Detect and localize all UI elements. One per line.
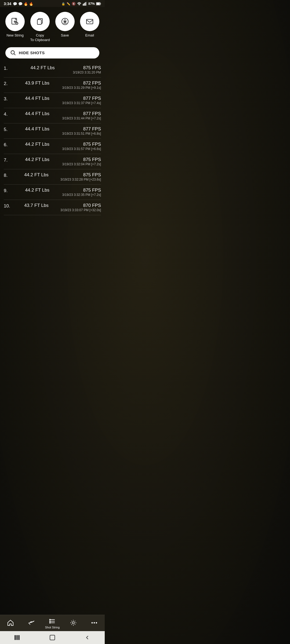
shot-row-10[interactable]: 10.43.7 FT Lbs870 FPS3/19/23 3:33:07 PM … — [4, 200, 101, 215]
shot-row-2[interactable]: 2.43.9 FT Lbs872 FPS3/19/23 3:31:29 PM [… — [4, 78, 101, 93]
status-bar: 3:34 💬 💬 🔥 🔥 🔒 ✏️ 🔇 — [0, 0, 105, 7]
mute-icon: 🔇 — [72, 2, 76, 6]
svg-rect-1 — [84, 3, 84, 6]
shot-right: 872 FPS3/19/23 3:31:29 PM [+9.1s] — [62, 80, 101, 90]
shot-row-7[interactable]: 7.44.2 FT Lbs875 FPS3/19/23 3:32:04 PM [… — [4, 154, 101, 169]
battery-icon — [96, 2, 101, 5]
save-label: Save — [61, 33, 69, 38]
shot-row-1[interactable]: 1.44.2 FT Lbs875 FPS3/19/23 3:31:20 PM — [4, 62, 101, 78]
shot-energy: 44.4 FT Lbs — [12, 96, 62, 101]
email-label: Email — [85, 33, 94, 38]
shot-time: 3/19/23 3:33:07 PM [+32.0s] — [60, 208, 101, 212]
save-button[interactable]: Save — [55, 12, 75, 38]
svg-rect-0 — [83, 4, 83, 6]
shot-number: 4. — [4, 111, 12, 117]
action-buttons-row: New String CopyTo Clipboard Save — [0, 7, 105, 46]
shot-number: 10. — [4, 203, 12, 209]
save-circle — [55, 12, 75, 31]
fire-icon: 🔥 — [24, 2, 28, 6]
shot-fps: 877 FPS — [62, 96, 101, 101]
edit-icon: ✏️ — [67, 2, 70, 6]
new-string-label: New String — [6, 33, 24, 38]
shot-time: 3/19/23 3:31:51 PM [+6.8s] — [62, 132, 101, 136]
shot-time: 3/19/23 3:31:57 PM [+6.6s] — [62, 147, 101, 151]
signal-icon — [83, 2, 87, 6]
svg-rect-2 — [84, 3, 85, 6]
shot-energy: 44.2 FT Lbs — [12, 65, 73, 71]
shot-time: 3/19/23 3:31:20 PM — [73, 71, 101, 74]
shot-number: 8. — [4, 172, 12, 178]
shot-number: 9. — [4, 188, 12, 193]
shot-energy: 44.2 FT Lbs — [12, 188, 62, 193]
shot-energy: 43.9 FT Lbs — [12, 80, 62, 86]
shot-number: 1. — [4, 65, 12, 71]
shot-fps: 872 FPS — [62, 80, 101, 86]
shot-right: 877 FPS3/19/23 3:31:37 PM [+7.4s] — [62, 96, 101, 105]
status-time: 3:34 — [4, 2, 11, 6]
shot-energy: 44.2 FT Lbs — [12, 142, 62, 147]
shot-number: 6. — [4, 142, 12, 148]
wifi-icon — [77, 2, 81, 6]
shot-number: 3. — [4, 96, 12, 102]
shot-energy: 44.2 FT Lbs — [12, 157, 62, 162]
svg-rect-3 — [85, 2, 86, 6]
svg-point-19 — [11, 51, 15, 54]
svg-rect-7 — [100, 3, 101, 4]
shot-right: 870 FPS3/19/23 3:33:07 PM [+32.0s] — [60, 203, 101, 212]
hide-shots-label: HIDE SHOTS — [19, 50, 45, 55]
shot-right: 875 FPS3/19/23 3:32:28 PM [+23.6s] — [60, 172, 101, 181]
messenger2-icon: 💬 — [18, 2, 23, 6]
svg-line-20 — [14, 54, 15, 55]
email-button[interactable]: Email — [80, 12, 99, 38]
email-circle — [80, 12, 99, 31]
shot-time: 3/19/23 3:32:04 PM [+7.2s] — [62, 162, 101, 166]
svg-rect-15 — [37, 20, 41, 24]
svg-rect-18 — [86, 19, 93, 24]
battery-pct: 87% — [88, 2, 95, 6]
shot-number: 5. — [4, 126, 12, 132]
lock-icon: 🔒 — [61, 2, 65, 6]
shot-right: 875 FPS3/19/23 3:32:04 PM [+7.2s] — [62, 157, 101, 166]
shot-energy: 44.4 FT Lbs — [12, 126, 62, 132]
shot-fps: 870 FPS — [60, 203, 101, 208]
shot-right: 875 FPS3/19/23 3:31:57 PM [+6.6s] — [62, 142, 101, 151]
shot-time: 3/19/23 3:31:29 PM [+9.1s] — [62, 86, 101, 90]
status-right-icons: 🔒 ✏️ 🔇 87% — [61, 2, 101, 6]
shot-number: 2. — [4, 80, 12, 86]
shot-time: 3/19/23 3:32:35 PM [+7.2s] — [62, 193, 101, 197]
fire2-icon: 🔥 — [29, 2, 33, 6]
shot-right: 875 FPS3/19/23 3:31:20 PM — [73, 65, 101, 74]
shot-row-3[interactable]: 3.44.4 FT Lbs877 FPS3/19/23 3:31:37 PM [… — [4, 93, 101, 108]
shot-list: 1.44.2 FT Lbs875 FPS3/19/23 3:31:20 PM2.… — [0, 62, 105, 215]
copy-clipboard-button[interactable]: CopyTo Clipboard — [30, 12, 50, 42]
svg-rect-6 — [96, 3, 100, 5]
shot-energy: 44.4 FT Lbs — [12, 111, 62, 116]
svg-rect-4 — [86, 2, 87, 6]
shot-number: 7. — [4, 157, 12, 163]
messenger-icon: 💬 — [13, 2, 17, 6]
shot-energy: 43.7 FT Lbs — [12, 203, 60, 208]
shot-row-6[interactable]: 6.44.2 FT Lbs875 FPS3/19/23 3:31:57 PM [… — [4, 139, 101, 154]
shot-right: 877 FPS3/19/23 3:31:44 PM [+7.2s] — [62, 111, 101, 120]
search-icon — [10, 50, 16, 56]
shot-time: 3/19/23 3:31:37 PM [+7.4s] — [62, 101, 101, 105]
shot-fps: 877 FPS — [62, 111, 101, 116]
shot-time: 3/19/23 3:32:28 PM [+23.6s] — [60, 178, 101, 181]
shot-fps: 875 FPS — [62, 157, 101, 162]
shot-row-9[interactable]: 9.44.2 FT Lbs875 FPS3/19/23 3:32:35 PM [… — [4, 185, 101, 200]
hide-shots-button[interactable]: HIDE SHOTS — [5, 47, 99, 58]
shot-fps: 875 FPS — [73, 65, 101, 71]
shot-row-4[interactable]: 4.44.4 FT Lbs877 FPS3/19/23 3:31:44 PM [… — [4, 108, 101, 123]
shot-fps: 875 FPS — [62, 142, 101, 147]
status-icons: 💬 💬 🔥 🔥 — [13, 2, 33, 6]
shot-row-5[interactable]: 5.44.4 FT Lbs877 FPS3/19/23 3:31:51 PM [… — [4, 123, 101, 139]
new-string-circle — [5, 12, 25, 31]
shot-energy: 44.2 FT Lbs — [12, 172, 60, 178]
shot-fps: 875 FPS — [60, 172, 101, 178]
shot-row-8[interactable]: 8.44.2 FT Lbs875 FPS3/19/23 3:32:28 PM [… — [4, 169, 101, 185]
shot-fps: 877 FPS — [62, 126, 101, 132]
copy-label: CopyTo Clipboard — [30, 33, 50, 42]
new-string-button[interactable]: New String — [5, 12, 25, 38]
copy-circle — [30, 12, 50, 31]
shot-right: 877 FPS3/19/23 3:31:51 PM [+6.8s] — [62, 126, 101, 136]
